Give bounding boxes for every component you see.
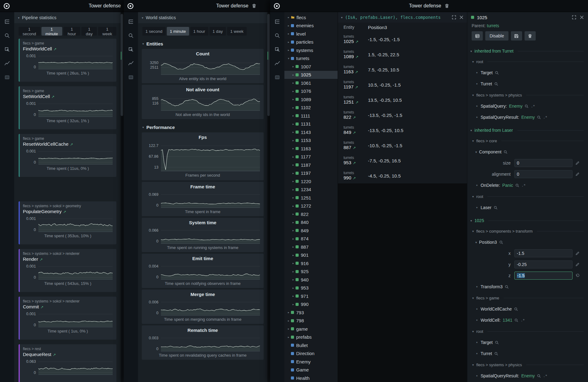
search-icon[interactable] — [514, 307, 518, 311]
query-result-row[interactable]: turrets849↗-13.5, -0.25, 10.5 — [338, 123, 467, 138]
system-name-link[interactable]: DequeueRest↗ — [23, 352, 113, 357]
range-1-minute-button[interactable]: 1 minute — [41, 27, 62, 36]
panel-header[interactable]: ▾ Pipeline statistics — [14, 12, 121, 23]
component-path-header[interactable]: ▾flecs > components > transform — [467, 225, 588, 237]
expand-icon[interactable] — [452, 15, 456, 20]
tree-item-1272[interactable]: ▸1272 — [284, 202, 338, 210]
tree-item-Bullet[interactable]: Bullet — [284, 341, 338, 350]
tree-item-1163[interactable]: ▸1163 — [284, 144, 338, 153]
expand-arrow-icon[interactable]: ▸ — [291, 180, 296, 183]
expand-arrow-icon[interactable]: ▸ — [291, 65, 296, 68]
component-item[interactable]: ▾Component — [467, 146, 588, 157]
expand-arrow-icon[interactable]: ▸ — [291, 237, 296, 240]
sidebar-stats-button[interactable] — [126, 73, 136, 82]
system-name-link[interactable]: ResetWorldCellCache↗ — [23, 141, 113, 147]
entity-cell[interactable]: turrets822↗ — [338, 110, 368, 120]
tree-item-822[interactable]: ▸822 — [284, 210, 338, 218]
tree-item-1025[interactable]: ▸1025 — [284, 71, 338, 79]
expand-arrow-icon[interactable]: ▸ — [291, 254, 296, 257]
sidebar-chart-button[interactable] — [2, 59, 12, 68]
expand-arrow-icon[interactable]: ▸ — [291, 163, 296, 166]
titlebar[interactable]: Tower defense — [270, 0, 588, 12]
field-z-input[interactable]: -1.5 — [514, 272, 573, 280]
sidebar-inspect-button[interactable] — [2, 45, 12, 54]
panel-header[interactable]: ▾ World statistics — [138, 12, 267, 23]
expand-arrow-icon[interactable]: ▸ — [291, 139, 296, 142]
expand-arrow-icon[interactable]: ▸ — [286, 41, 291, 44]
edit-icon[interactable] — [575, 262, 580, 267]
range-1-second-button[interactable]: 1 second — [142, 27, 166, 36]
sidebar-inspect-button[interactable] — [273, 45, 282, 54]
component-item[interactable]: •SpatialQueryResult:Enemy.* — [467, 370, 588, 381]
expand-arrow-icon[interactable]: ▸ — [291, 81, 296, 84]
entity-link[interactable]: 990↗ — [344, 175, 368, 181]
field-alignment-input[interactable]: 0 — [514, 170, 573, 178]
entity-cell[interactable]: turrets1251↗ — [338, 95, 368, 105]
component-item[interactable]: •Target — [467, 337, 588, 348]
expand-arrow-icon[interactable]: ▸ — [291, 98, 296, 101]
expand-arrow-icon[interactable]: ▸ — [291, 212, 296, 216]
expand-arrow-icon[interactable]: ▸ — [291, 131, 296, 134]
tree-item-1143[interactable]: ▸1143 — [284, 128, 338, 136]
entity-cell[interactable]: turrets1089↗ — [338, 50, 368, 60]
close-icon[interactable] — [579, 15, 584, 20]
expand-arrow-icon[interactable]: ▸ — [291, 229, 296, 232]
tree-item-1131[interactable]: ▸1131 — [284, 120, 338, 128]
entity-cell[interactable]: turrets990↗ — [338, 171, 368, 181]
collapse-arrow-icon[interactable]: ▾ — [341, 16, 343, 19]
query-result-row[interactable]: turrets822↗-13.5, -0.25, -1.5 — [338, 108, 467, 123]
tree-item-849[interactable]: ▸849 — [284, 226, 338, 235]
expand-arrow-icon[interactable]: ▸ — [291, 196, 296, 199]
component-item[interactable]: •WorldCellCache — [467, 303, 588, 315]
system-name-link[interactable]: Commit↗ — [23, 304, 113, 309]
undo-icon[interactable] — [575, 273, 580, 278]
entity-link[interactable]: 953↗ — [344, 160, 368, 166]
tree-item-1111[interactable]: ▸1111 — [284, 112, 338, 120]
expand-arrow-icon[interactable]: ▸ — [291, 221, 296, 224]
tree-item-971[interactable]: ▸971 — [284, 292, 338, 300]
entity-link[interactable]: 887↗ — [344, 145, 368, 151]
sidebar-outliner-button[interactable] — [126, 17, 136, 26]
range-1-week-button[interactable]: 1 week — [227, 27, 247, 36]
expand-arrow-icon[interactable]: ▸ — [291, 147, 296, 150]
sidebar-stats-button[interactable] — [273, 73, 282, 82]
edit-icon[interactable] — [575, 251, 580, 255]
section-header[interactable]: ▾Performance — [142, 125, 263, 130]
component-item[interactable]: ▾Position3 — [467, 237, 588, 248]
query-result-row[interactable]: turrets1251↗13.5, -0.25, 10.5 — [338, 92, 467, 108]
browse-button[interactable] — [472, 31, 483, 41]
expand-arrow-icon[interactable]: ▸ — [291, 73, 296, 76]
component-path-header[interactable]: ▾flecs > game — [467, 292, 588, 303]
sidebar-inspect-button[interactable] — [126, 45, 136, 54]
expand-arrow-icon[interactable]: ▸ — [291, 262, 296, 265]
expand-arrow-icon[interactable]: ▸ — [291, 155, 296, 158]
search-icon[interactable] — [495, 341, 499, 345]
component-item[interactable]: •SpatialQuery:Enemy.* — [467, 101, 588, 112]
tree-item-level[interactable]: ▸level — [284, 30, 338, 38]
component-path-header[interactable]: ▾root — [467, 191, 588, 202]
edit-icon[interactable] — [575, 172, 580, 176]
expand-arrow-icon[interactable]: ▸ — [291, 294, 296, 298]
entity-link[interactable]: 1251↗ — [344, 99, 368, 105]
sidebar-stats-button[interactable] — [2, 73, 12, 82]
expand-arrow-icon[interactable]: ▸ — [291, 188, 296, 191]
tree-item-916[interactable]: ▸916 — [284, 259, 338, 268]
close-icon[interactable] — [459, 15, 464, 20]
expand-arrow-icon[interactable]: ▾ — [286, 57, 291, 60]
tree-item-systems[interactable]: ▸systems — [284, 46, 338, 54]
sidebar-chart-button[interactable] — [273, 59, 282, 68]
tree-item-990[interactable]: ▸990 — [284, 300, 338, 309]
range-1-second-button[interactable]: 1 second — [19, 27, 40, 36]
trash-icon[interactable] — [252, 3, 257, 8]
tree-item-1177[interactable]: ▸1177 — [284, 153, 338, 161]
tree-item-1007[interactable]: ▸1007 — [284, 62, 338, 71]
scrollbar-thumb[interactable] — [121, 14, 123, 116]
expand-arrow-icon[interactable]: ▸ — [291, 303, 296, 306]
component-item[interactable]: •Laser — [467, 202, 588, 213]
component-item[interactable]: •Turret — [467, 78, 588, 89]
component-item[interactable]: •Turret — [467, 348, 588, 359]
range-1-day-button[interactable]: 1 day — [210, 27, 226, 36]
tree-item-1220[interactable]: ▸1220 — [284, 177, 338, 186]
component-value-link[interactable]: Enemy — [521, 115, 535, 120]
range-1-week-button[interactable]: 1 week — [98, 27, 116, 36]
